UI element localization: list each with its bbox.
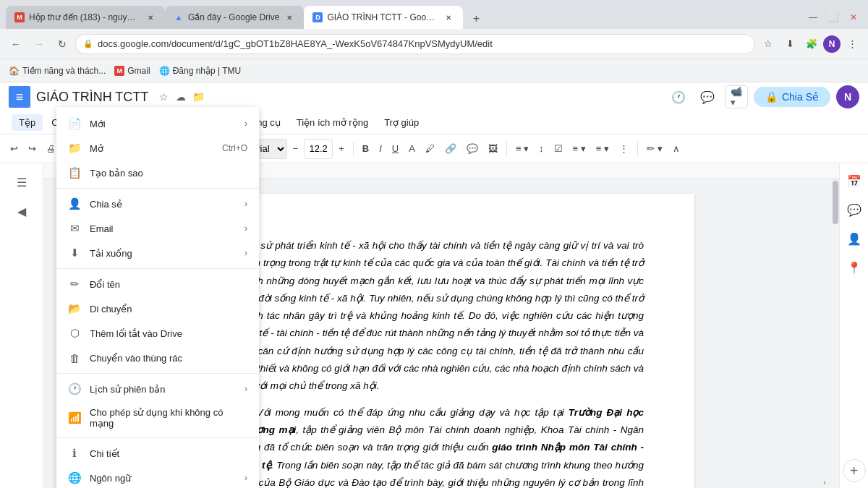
them-loi-tat-icon: ⬡: [68, 327, 81, 340]
menu-item-ngon-ngu[interactable]: 🌐 Ngôn ngữ ›: [56, 466, 259, 488]
tab-favicon-drive: ▲: [174, 12, 184, 22]
folder-icon[interactable]: 📁: [192, 90, 205, 103]
bookmark-tmu[interactable]: 🌐 Đăng nhập | TMU: [159, 66, 242, 76]
menu-item-them-loi-tat[interactable]: ⬡ Thêm lối tắt vào Drive: [56, 321, 259, 346]
user-profile-icon[interactable]: N: [823, 35, 841, 53]
share-button[interactable]: 🔒 Chia Sẻ: [754, 87, 830, 107]
menu-item-moi[interactable]: 📄 Mới ›: [56, 111, 259, 136]
lock-share-icon: 🔒: [765, 91, 778, 103]
hide-toolbar-button[interactable]: ∧: [668, 139, 684, 159]
tab-gmail[interactable]: M Hộp thư đến (183) - nguyenhoa... ✕: [6, 6, 165, 29]
cho-phep-icon: 📶: [68, 411, 81, 424]
image-button[interactable]: 🖼: [484, 139, 502, 159]
menu-tro-giup[interactable]: Trợ giúp: [377, 114, 426, 131]
bookmark-favicon-gmail: M: [114, 66, 124, 76]
tab-docs[interactable]: D GIÁO TRÌNH TCTT - Google Tài l... ✕: [304, 6, 463, 29]
rs-contacts-icon[interactable]: 👤: [843, 227, 866, 250]
menu-item-mo[interactable]: 📁 Mở Ctrl+O: [56, 136, 259, 160]
forward-button[interactable]: →: [29, 34, 49, 54]
menu-dots-icon[interactable]: ⋮: [842, 34, 862, 54]
refresh-button[interactable]: ↻: [52, 34, 72, 54]
new-tab-button[interactable]: +: [466, 9, 486, 29]
menu-item-cho-phep[interactable]: 📶 Cho phép sử dụng khi không có mạng: [56, 401, 259, 435]
url-bar[interactable]: 🔒 docs.google.com/document/d/1gC_gbOT1bZ…: [75, 34, 755, 54]
browser-controls-right: — ⬜ ✕: [804, 9, 862, 29]
close-button[interactable]: ✕: [845, 9, 862, 26]
cloud-icon[interactable]: ☁: [174, 90, 187, 103]
minimize-button[interactable]: —: [804, 9, 822, 26]
bullet-list-button[interactable]: ≡ ▾: [569, 139, 590, 159]
scrollbar-track[interactable]: [832, 179, 839, 488]
font-size-input[interactable]: 12.2: [304, 139, 333, 159]
menu-tien-ich[interactable]: Tiện ích mở rộng: [289, 114, 375, 131]
lich-su-icon: 🕐: [68, 382, 81, 395]
menu-item-email[interactable]: ✉ Email ›: [56, 216, 259, 241]
redo-button[interactable]: ↪: [24, 139, 41, 159]
scrollbar-thumb[interactable]: [833, 181, 838, 224]
link-button[interactable]: 🔗: [441, 139, 461, 159]
star-icon[interactable]: ☆: [157, 90, 170, 103]
comment-inline-button[interactable]: 💬: [462, 139, 482, 159]
history-button[interactable]: 🕐: [667, 85, 690, 108]
tab-drive[interactable]: ▲ Gần đây - Google Drive ✕: [165, 6, 304, 29]
menu-item-chi-tiet[interactable]: ℹ Chi tiết: [56, 441, 259, 466]
tab-close-drive[interactable]: ✕: [284, 12, 295, 23]
extension-icon[interactable]: 🧩: [801, 34, 822, 54]
text-color-button[interactable]: A: [404, 139, 420, 159]
email-arrow: ›: [244, 223, 247, 234]
menu-item-ban-sao[interactable]: 📋 Tạo bản sao: [56, 160, 259, 185]
underline-button[interactable]: U: [388, 139, 403, 159]
back-button[interactable]: ←: [6, 34, 26, 54]
tab-close-docs[interactable]: ✕: [443, 12, 454, 23]
sidebar-toggle-icon[interactable]: ☰: [9, 169, 35, 195]
docs-document-title[interactable]: GIÁO TRÌNH TCTT: [36, 90, 148, 105]
email-icon: ✉: [68, 222, 81, 235]
menu-item-di-chuyen[interactable]: 📂 Di chuyển: [56, 296, 259, 321]
italic-button[interactable]: I: [375, 139, 386, 159]
address-actions: ☆ ⬇ 🧩 N ⋮: [758, 34, 862, 54]
comment-button[interactable]: 💬: [696, 85, 719, 108]
rs-calendar-icon[interactable]: 📅: [843, 169, 866, 192]
undo-button[interactable]: ↩: [6, 139, 22, 159]
checklist-button[interactable]: ☑: [550, 139, 567, 159]
edit-mode-button[interactable]: ✏ ▾: [642, 139, 667, 159]
bold-button[interactable]: B: [358, 139, 373, 159]
user-avatar[interactable]: N: [836, 85, 859, 108]
line-spacing-button[interactable]: ↕: [535, 139, 548, 159]
download-icon[interactable]: ⬇: [780, 34, 800, 54]
rs-maps-icon[interactable]: 📍: [843, 256, 866, 279]
font-increase[interactable]: +: [334, 139, 349, 159]
align-button[interactable]: ≡ ▾: [511, 139, 533, 159]
divider-3: [56, 373, 259, 374]
bookmark-tiemnang[interactable]: 🏠 Tiềm năng và thách...: [9, 66, 106, 76]
bookmark-label-gmail: Gmail: [127, 66, 150, 76]
font-decrease[interactable]: −: [289, 139, 303, 159]
numbered-list-button[interactable]: ≡ ▾: [592, 139, 613, 159]
docs-title-right: 🕐 💬 📹 ▾ 🔒 Chia Sẻ N: [667, 85, 859, 108]
lock-icon: 🔒: [83, 39, 93, 48]
restore-button[interactable]: ⬜: [825, 9, 842, 26]
chuyen-thung-label: Chuyển vào thùng rác: [90, 353, 247, 364]
scroll-right-arrow[interactable]: ›: [817, 476, 832, 488]
more-format-button[interactable]: ⋮: [615, 139, 633, 159]
share-label: Chia Sẻ: [782, 91, 819, 103]
rs-chat-icon[interactable]: 💬: [843, 198, 866, 221]
tai-xuong-icon: ⬇: [68, 247, 81, 260]
rs-add-button[interactable]: +: [843, 459, 866, 482]
tai-xuong-label: Tải xuống: [90, 248, 236, 259]
bookmark-gmail[interactable]: M Gmail: [114, 66, 150, 76]
menu-item-chia-se[interactable]: 👤 Chia sẻ ›: [56, 192, 259, 216]
highlight-button[interactable]: 🖊: [421, 139, 439, 159]
sidebar-collapse-icon[interactable]: ◀: [9, 198, 35, 224]
menu-tep[interactable]: Tệp: [12, 114, 43, 131]
menu-item-tai-xuong[interactable]: ⬇ Tải xuống ›: [56, 241, 259, 265]
menu-item-lich-su[interactable]: 🕐 Lịch sử phiên bản ›: [56, 377, 259, 401]
menu-item-doi-ten[interactable]: ✏ Đổi tên: [56, 272, 259, 296]
tab-close-gmail[interactable]: ✕: [145, 12, 156, 23]
video-button[interactable]: 📹 ▾: [725, 85, 748, 108]
doc-content: Lịch sử phát triển kinh tế - xã hội cho …: [239, 237, 644, 488]
lich-su-label: Lịch sử phiên bản: [90, 384, 236, 395]
paragraph-2: Với mong muốn có thể đáp ứng nhu cầu giả…: [239, 404, 644, 488]
menu-item-chuyen-thung[interactable]: 🗑 Chuyển vào thùng rác: [56, 346, 259, 370]
bookmark-icon[interactable]: ☆: [758, 34, 778, 54]
